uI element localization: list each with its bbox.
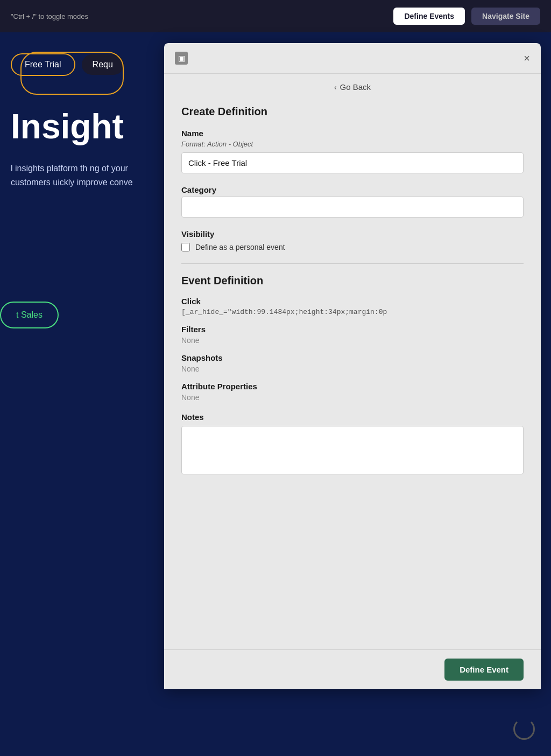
- snapshots-row: Snapshots None: [181, 353, 524, 373]
- free-trial-button[interactable]: Free Trial: [11, 53, 75, 76]
- personal-event-checkbox[interactable]: [181, 243, 190, 251]
- create-definition-panel: ▣ × ‹ Go Back Create Definition Name For…: [164, 43, 541, 689]
- category-label: Category: [181, 185, 524, 194]
- notes-section: Notes: [181, 412, 524, 477]
- panel-header: ▣ ×: [164, 43, 541, 74]
- filters-label: Filters: [181, 325, 524, 334]
- top-toolbar: "Ctrl + /" to toggle modes Define Events…: [0, 0, 551, 32]
- click-label: Click: [181, 297, 524, 306]
- snapshots-value: None: [181, 365, 524, 373]
- event-definition-section: Event Definition Click [_ar_hide_="width…: [181, 275, 524, 402]
- notes-textarea[interactable]: [181, 426, 524, 474]
- category-input[interactable]: [181, 197, 524, 218]
- cursor-indicator: [513, 718, 535, 740]
- personal-event-checkbox-row: Define as a personal event: [181, 243, 524, 251]
- event-definition-title: Event Definition: [181, 275, 524, 287]
- hero-cta-button[interactable]: t Sales: [0, 302, 59, 328]
- go-back-chevron-icon: ‹: [334, 83, 337, 92]
- website-nav: Free Trial Requ: [0, 32, 167, 97]
- notes-label: Notes: [181, 412, 524, 422]
- hero-title: Insight: [11, 108, 156, 145]
- panel-content: Create Definition Name Format: Action - …: [164, 100, 541, 649]
- request-button[interactable]: Requ: [82, 54, 124, 75]
- define-events-button[interactable]: Define Events: [393, 8, 465, 25]
- hero-section: Insight l insights platform th ng of you…: [0, 97, 167, 200]
- personal-event-label: Define as a personal event: [195, 243, 285, 251]
- name-field-group: Name Format: Action - Object: [181, 129, 524, 173]
- go-back-row[interactable]: ‹ Go Back: [164, 74, 541, 100]
- name-label: Name: [181, 129, 524, 138]
- panel-close-button[interactable]: ×: [524, 52, 530, 65]
- panel-footer: Define Event: [164, 649, 541, 689]
- toolbar-hint: "Ctrl + /" to toggle modes: [11, 12, 387, 20]
- navigate-site-button[interactable]: Navigate Site: [471, 8, 540, 25]
- category-field-group: Category: [181, 185, 524, 218]
- visibility-label: Visibility: [181, 229, 524, 239]
- visibility-field-group: Visibility Define as a personal event: [181, 229, 524, 251]
- click-value: [_ar_hide_="width:99.1484px;height:34px;…: [181, 308, 524, 316]
- filters-row: Filters None: [181, 325, 524, 345]
- divider: [181, 263, 524, 264]
- panel-icon: ▣: [175, 52, 188, 65]
- attribute-properties-label: Attribute Properties: [181, 382, 524, 391]
- name-hint: Format: Action - Object: [181, 140, 524, 148]
- filters-value: None: [181, 336, 524, 345]
- attribute-properties-row: Attribute Properties None: [181, 382, 524, 402]
- create-definition-title: Create Definition: [181, 106, 524, 118]
- go-back-label: Go Back: [340, 82, 371, 92]
- define-event-button[interactable]: Define Event: [444, 659, 524, 681]
- hero-body: l insights platform th ng of your custom…: [11, 162, 156, 189]
- attribute-properties-value: None: [181, 393, 524, 402]
- snapshots-label: Snapshots: [181, 353, 524, 362]
- click-row: Click [_ar_hide_="width:99.1484px;height…: [181, 297, 524, 316]
- name-input[interactable]: [181, 152, 524, 173]
